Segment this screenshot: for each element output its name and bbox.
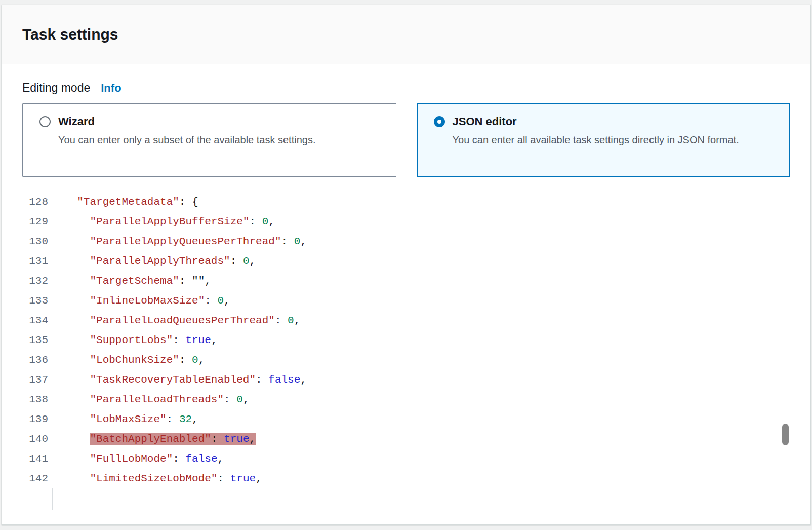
code-text: "FullLobMode": false, [52,450,224,467]
code-text: "TargetSchema": "", [52,273,211,289]
panel-title: Task settings [22,25,790,44]
editing-mode-label: Editing mode [22,81,90,95]
json-code-editor[interactable]: 128 "TargetMetadata": {129 "ParallelAppl… [22,192,790,510]
code-line[interactable]: 137 "TaskRecoveryTableEnabled": false, [22,370,790,390]
code-line[interactable]: 128 "TargetMetadata": { [22,192,790,212]
wizard-radio-button[interactable] [39,116,51,127]
line-number: 138 [22,390,52,409]
wizard-option-card[interactable]: Wizard You can enter only a subset of th… [22,103,396,177]
line-number: 141 [22,449,52,469]
code-line[interactable]: 136 "LobChunkSize": 0, [22,350,790,370]
json-editor-option-label: JSON editor [453,115,517,128]
code-text: "TargetMetadata": { [52,194,198,210]
wizard-option-label: Wizard [58,115,95,128]
code-text: "BatchApplyEnabled": true, [52,431,256,447]
code-line[interactable]: 134 "ParallelLoadQueuesPerThread": 0, [22,311,790,330]
code-text: "SupportLobs": true, [52,332,218,349]
code-text: "ParallelApplyBufferSize": 0, [52,213,275,230]
wizard-option-description: You can enter only a subset of the avail… [58,132,368,148]
code-text: "TaskRecoveryTableEnabled": false, [52,371,307,388]
code-text: "LobMaxSize": 32, [52,411,198,428]
line-number: 134 [22,311,52,330]
line-number: 140 [22,429,52,449]
line-number: 139 [22,409,52,429]
line-number: 131 [22,251,52,271]
code-text: "ParallelApplyThreads": 0, [52,253,256,270]
line-number: 129 [22,212,52,232]
code-line[interactable]: 135 "SupportLobs": true, [22,330,790,350]
code-line[interactable]: 133 "InlineLobMaxSize": 0, [22,291,790,311]
code-text: "LobChunkSize": 0, [52,352,205,368]
code-line[interactable]: 142 "LimitedSizeLobMode": true, [22,469,790,488]
json-editor-radio-button[interactable] [434,116,445,127]
task-settings-panel: Task settings Editing mode Info Wizard Y… [2,5,811,525]
editing-mode-tiles: Wizard You can enter only a subset of th… [22,103,790,177]
json-editor-option-header: JSON editor [434,115,780,128]
code-line[interactable]: 132 "TargetSchema": "", [22,271,790,291]
line-number: 132 [22,271,52,291]
line-number: 142 [22,469,52,488]
code-text: "InlineLobMaxSize": 0, [52,292,230,309]
code-text: "ParallelLoadQueuesPerThread": 0, [52,312,300,329]
wizard-option-header: Wizard [39,115,386,128]
line-number: 130 [22,232,52,251]
line-number: 133 [22,291,52,311]
editing-mode-row: Editing mode Info [22,81,790,95]
code-line[interactable]: 138 "ParallelLoadThreads": 0, [22,390,790,409]
code-line[interactable]: 141 "FullLobMode": false, [22,449,790,469]
code-line[interactable]: 139 "LobMaxSize": 32, [22,409,790,429]
code-lines: 128 "TargetMetadata": {129 "ParallelAppl… [22,192,790,488]
line-number: 128 [22,192,52,212]
panel-body: Editing mode Info Wizard You can enter o… [2,81,810,510]
line-number: 137 [22,370,52,390]
code-text: "LimitedSizeLobMode": true, [52,470,262,487]
gutter-divider [52,488,53,510]
code-line[interactable]: 131 "ParallelApplyThreads": 0, [22,251,790,271]
code-line[interactable]: 140 "BatchApplyEnabled": true, [22,429,790,449]
code-text: "ParallelLoadThreads": 0, [52,391,250,408]
panel-header: Task settings [2,5,810,64]
line-number: 135 [22,330,52,350]
code-text: "ParallelApplyQueuesPerThread": 0, [52,233,307,250]
line-number: 136 [22,350,52,370]
json-editor-option-card[interactable]: JSON editor You can enter all available … [417,103,791,177]
code-line[interactable]: 129 "ParallelApplyBufferSize": 0, [22,212,790,232]
code-line[interactable]: 130 "ParallelApplyQueuesPerThread": 0, [22,232,790,251]
info-link[interactable]: Info [101,82,121,95]
scrollbar-thumb[interactable] [782,424,789,445]
json-editor-option-description: You can enter all available task setting… [453,132,762,148]
